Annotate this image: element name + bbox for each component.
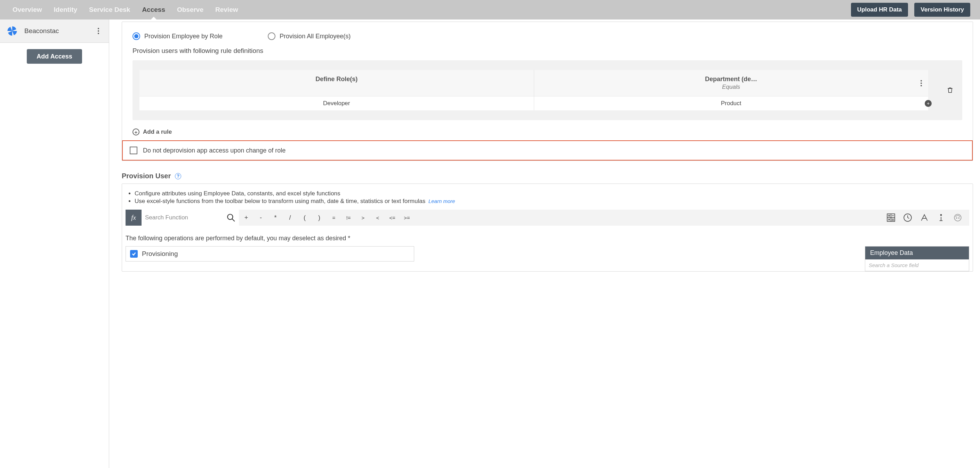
svg-point-20 bbox=[956, 218, 957, 218]
version-history-button[interactable]: Version History bbox=[914, 3, 970, 17]
tab-review[interactable]: Review bbox=[213, 0, 241, 19]
rules-table: Define Role(s) Department (de… Equals De… bbox=[140, 70, 928, 110]
delete-rule-trash-icon[interactable] bbox=[945, 85, 955, 96]
sidebar: Beaconstac Add Access bbox=[0, 19, 109, 468]
beaconstac-logo-icon bbox=[6, 25, 18, 37]
deprovision-checkbox-row: Do not deprovision app access upon chang… bbox=[122, 141, 973, 161]
cell-role-value[interactable]: Developer bbox=[140, 96, 534, 110]
upload-hr-data-button[interactable]: Upload HR Data bbox=[851, 3, 908, 17]
search-icon bbox=[226, 213, 235, 222]
tab-access[interactable]: Access bbox=[139, 0, 168, 19]
info-category-icon[interactable] bbox=[937, 213, 946, 222]
main-content: Provision Employee by Role Provision All… bbox=[109, 19, 980, 468]
deprovision-checkbox-label: Do not deprovision app access upon chang… bbox=[143, 147, 285, 154]
provision-user-title: Provision User bbox=[122, 172, 171, 180]
op-rparen[interactable]: ) bbox=[312, 209, 326, 226]
employee-data-title: Employee Data bbox=[865, 246, 969, 259]
svg-point-16 bbox=[940, 214, 942, 216]
math-category-icon[interactable] bbox=[886, 213, 896, 222]
add-access-button[interactable]: Add Access bbox=[27, 49, 82, 64]
provisioning-checkbox[interactable] bbox=[130, 250, 138, 258]
add-rule-button[interactable]: + Add a rule bbox=[132, 126, 962, 137]
sidebar-app-name: Beaconstac bbox=[24, 27, 88, 35]
learn-more-link[interactable]: Learn more bbox=[428, 198, 455, 204]
add-rule-label: Add a rule bbox=[143, 128, 172, 136]
tab-service-desk[interactable]: Service Desk bbox=[86, 0, 133, 19]
radio-by-role-label: Provision Employee by Role bbox=[144, 33, 223, 40]
cell-dept-value[interactable]: Product bbox=[721, 100, 741, 107]
op-plus[interactable]: + bbox=[239, 209, 253, 226]
employee-data-search[interactable]: Search a Source field bbox=[865, 259, 969, 271]
function-search-box[interactable] bbox=[142, 209, 239, 226]
plus-outline-icon: + bbox=[132, 128, 140, 136]
provisioning-op-row: Provisioning bbox=[126, 246, 414, 262]
radio-all-label: Provision All Employee(s) bbox=[280, 33, 350, 40]
rules-box: Define Role(s) Department (de… Equals De… bbox=[132, 60, 962, 120]
radio-selected-icon bbox=[132, 32, 140, 40]
app-menu-kebab-icon[interactable] bbox=[94, 27, 103, 35]
op-lparen[interactable]: ( bbox=[298, 209, 312, 226]
op-eq[interactable]: = bbox=[326, 209, 341, 226]
col-define-roles: Define Role(s) bbox=[143, 75, 530, 83]
text-category-icon[interactable] bbox=[920, 213, 929, 222]
op-mult[interactable]: * bbox=[268, 209, 283, 226]
tab-overview[interactable]: Overview bbox=[10, 0, 45, 19]
op-gte[interactable]: >= bbox=[399, 209, 414, 226]
svg-line-14 bbox=[908, 218, 909, 218]
op-gt[interactable]: > bbox=[356, 209, 371, 226]
column-menu-kebab-icon[interactable] bbox=[917, 79, 925, 88]
radio-unselected-icon bbox=[268, 32, 275, 40]
datetime-category-icon[interactable] bbox=[903, 213, 912, 222]
svg-line-1 bbox=[232, 219, 235, 222]
op-lt[interactable]: < bbox=[371, 209, 385, 226]
bullet-configure: Configure attributes using Employee Data… bbox=[135, 190, 969, 197]
misc-category-icon[interactable] bbox=[953, 213, 962, 222]
op-div[interactable]: / bbox=[283, 209, 298, 226]
op-minus[interactable]: - bbox=[253, 209, 268, 226]
svg-point-21 bbox=[958, 218, 959, 218]
provision-rule-subheader: Provision users with following rule defi… bbox=[132, 47, 962, 55]
op-neq[interactable]: != bbox=[341, 209, 356, 226]
deprovision-checkbox[interactable] bbox=[130, 147, 137, 154]
top-nav: Overview Identity Service Desk Access Ob… bbox=[0, 0, 980, 19]
function-toolbar: fx + - * / ( ) = != > < <= >= bbox=[126, 209, 969, 226]
radio-provision-all[interactable]: Provision All Employee(s) bbox=[268, 32, 350, 40]
provisioning-label: Provisioning bbox=[142, 250, 178, 258]
radio-provision-by-role[interactable]: Provision Employee by Role bbox=[132, 32, 223, 40]
add-column-plus-icon[interactable]: + bbox=[925, 100, 932, 107]
tab-observe[interactable]: Observe bbox=[174, 0, 206, 19]
default-ops-note: The following operations are performed b… bbox=[126, 235, 969, 242]
employee-data-panel: Employee Data Search a Source field bbox=[865, 246, 969, 271]
col-department-op: Equals bbox=[538, 83, 925, 91]
sidebar-app-row[interactable]: Beaconstac bbox=[0, 19, 109, 43]
fx-icon: fx bbox=[126, 209, 142, 226]
op-lte[interactable]: <= bbox=[385, 209, 399, 226]
provision-rules-card: Provision Employee by Role Provision All… bbox=[122, 22, 973, 161]
function-search-input[interactable] bbox=[145, 214, 226, 221]
provision-user-card: Configure attributes using Employee Data… bbox=[122, 184, 973, 272]
svg-point-0 bbox=[228, 214, 233, 219]
col-department: Department (de… bbox=[538, 75, 925, 83]
help-icon[interactable]: ? bbox=[175, 173, 181, 179]
bullet-functions: Use excel-style functions from the toolb… bbox=[135, 198, 969, 205]
tab-identity[interactable]: Identity bbox=[51, 0, 80, 19]
